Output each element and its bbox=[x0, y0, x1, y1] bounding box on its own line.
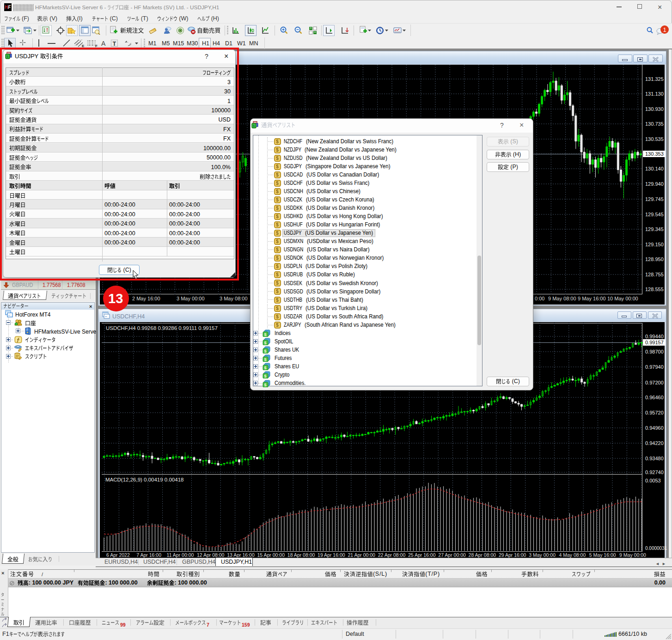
svg-text:$: $ bbox=[276, 213, 279, 219]
svg-text:$: $ bbox=[264, 374, 266, 378]
svg-text:$: $ bbox=[276, 322, 279, 328]
svg-text:$: $ bbox=[276, 164, 279, 169]
svg-text:$: $ bbox=[276, 180, 279, 186]
svg-text:$: $ bbox=[264, 341, 266, 345]
svg-text:$: $ bbox=[276, 139, 279, 144]
svg-text:$: $ bbox=[276, 263, 279, 269]
svg-text:$: $ bbox=[253, 124, 255, 128]
svg-text:$: $ bbox=[276, 305, 279, 311]
svg-text:$: $ bbox=[276, 155, 279, 161]
svg-text:$: $ bbox=[264, 349, 266, 354]
svg-text:$: $ bbox=[276, 255, 279, 261]
svg-text:$: $ bbox=[264, 332, 266, 337]
svg-text:$: $ bbox=[276, 289, 279, 294]
svg-text:$: $ bbox=[276, 297, 279, 303]
svg-text:$: $ bbox=[276, 314, 279, 319]
svg-text:$: $ bbox=[276, 238, 279, 244]
svg-text:$: $ bbox=[264, 383, 266, 387]
svg-text:$: $ bbox=[276, 205, 279, 211]
svg-text:$: $ bbox=[276, 147, 279, 152]
svg-text:$: $ bbox=[276, 189, 279, 194]
svg-text:$: $ bbox=[276, 197, 279, 202]
svg-text:$: $ bbox=[264, 357, 266, 362]
svg-text:$: $ bbox=[276, 280, 279, 286]
svg-text:$: $ bbox=[276, 172, 279, 177]
svg-text:$: $ bbox=[276, 272, 279, 277]
svg-text:$: $ bbox=[276, 247, 279, 252]
svg-text:$: $ bbox=[276, 230, 279, 236]
svg-text:$: $ bbox=[264, 366, 266, 370]
svg-text:$: $ bbox=[276, 222, 279, 227]
